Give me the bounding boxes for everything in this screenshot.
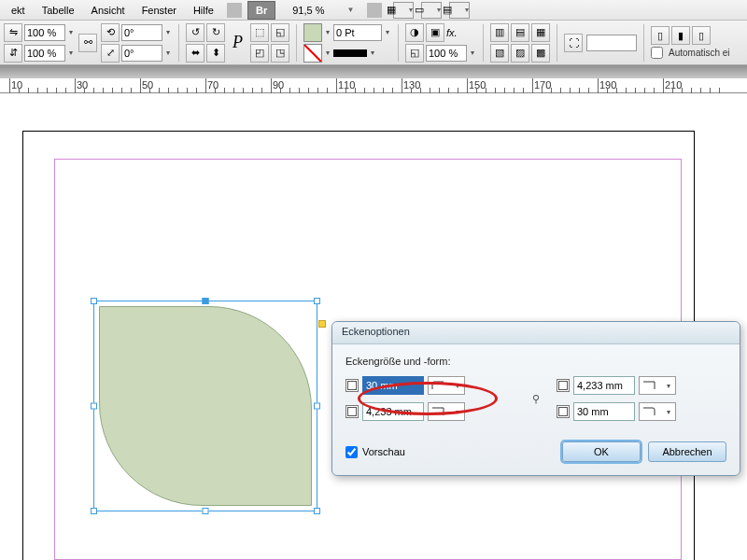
corner-bl-size-input[interactable]: 4,233 mm: [362, 402, 424, 421]
view-options-icon[interactable]: ▦▾: [393, 2, 414, 19]
handle-tl[interactable]: [91, 298, 97, 304]
select-content-icon[interactable]: ⬚: [250, 23, 269, 42]
corner-tl-shape-dropdown[interactable]: ▾: [428, 376, 465, 395]
align-l-icon[interactable]: ▯: [651, 26, 669, 45]
link-corners-icon[interactable]: ⚲: [529, 382, 543, 415]
control-bar: ⇋100 %▾ ⇵100 %▾ ⚯ ⟲0°▾ ⤢0°▾ ↺↻ ⬌⬍ P ⬚◱ ◰…: [0, 21, 747, 65]
stroke-weight-input[interactable]: 0 Pt: [333, 24, 382, 41]
handle-ml[interactable]: [91, 403, 97, 410]
opacity-1-input[interactable]: 100 %: [24, 24, 65, 41]
preview-checkbox-input[interactable]: [345, 446, 358, 458]
select-next-icon[interactable]: ◳: [271, 44, 289, 63]
drop-shadow-icon[interactable]: ▣: [426, 23, 444, 42]
fill-swatch[interactable]: [303, 23, 322, 42]
ok-button[interactable]: OK: [562, 441, 641, 462]
rotate-icon[interactable]: ⟲: [101, 23, 120, 42]
corner-options-icon[interactable]: ◱: [405, 44, 424, 63]
menu-table[interactable]: Tabelle: [35, 2, 82, 19]
select-container-icon[interactable]: ◱: [271, 23, 289, 42]
corner-tr-size-input[interactable]: 4,233 mm: [573, 376, 635, 395]
separator: [367, 3, 382, 18]
wrap-5-icon[interactable]: ▨: [511, 44, 529, 63]
wrap-6-icon[interactable]: ▩: [531, 44, 550, 63]
cancel-button[interactable]: Abbrechen: [648, 441, 726, 462]
rotate-ccw-icon[interactable]: ↺: [186, 23, 204, 42]
corner-tr-shape-dropdown[interactable]: ▾: [639, 376, 676, 395]
corner-tl-icon[interactable]: [345, 379, 359, 392]
chevron-down-icon[interactable]: ▾: [67, 28, 75, 36]
live-corner-handle[interactable]: [318, 320, 326, 328]
select-prev-icon[interactable]: ◰: [250, 44, 269, 63]
effects-icon[interactable]: ◑: [405, 23, 424, 42]
align-c-icon[interactable]: ▮: [671, 26, 690, 45]
handle-mr[interactable]: [314, 403, 320, 410]
handle-tr[interactable]: [314, 298, 320, 304]
scale-input[interactable]: 100 %: [426, 45, 467, 62]
opacity-2-input[interactable]: 100 %: [24, 45, 65, 62]
auto-fit-label: Automatisch ei: [669, 48, 730, 58]
corner-br-size-input[interactable]: 30 mm: [573, 402, 635, 421]
bridge-button[interactable]: Br: [247, 1, 275, 20]
wrap-2-icon[interactable]: ▤: [511, 23, 529, 42]
chevron-down-icon[interactable]: ▼: [339, 3, 361, 17]
corner-br-icon[interactable]: [557, 405, 570, 418]
arrange-icon[interactable]: ▤▾: [449, 2, 470, 19]
handle-br[interactable]: [314, 508, 320, 514]
auto-fit-checkbox[interactable]: [651, 47, 663, 59]
menu-object[interactable]: ekt: [4, 2, 33, 19]
corner-br-shape-dropdown[interactable]: ▾: [639, 402, 676, 421]
chain-icon[interactable]: ⚯: [78, 34, 97, 52]
selection-bounds[interactable]: [93, 301, 317, 511]
menu-window[interactable]: Fenster: [134, 2, 184, 19]
flip-v-icon[interactable]: ⇵: [4, 44, 22, 63]
corner-tr-icon[interactable]: [557, 379, 570, 392]
angle-2-input[interactable]: 0°: [121, 45, 162, 62]
wrap-4-icon[interactable]: ▧: [490, 44, 509, 63]
tab-band: [0, 65, 747, 78]
rotate-cw-icon[interactable]: ↻: [206, 23, 225, 42]
handle-bm[interactable]: [203, 508, 209, 514]
dialog-title: Eckenoptionen: [332, 322, 740, 344]
menu-bar: ekt Tabelle Ansicht Fenster Hilfe Br 91,…: [0, 0, 747, 21]
separator: [227, 3, 242, 18]
flip-vertical-icon[interactable]: ⬍: [206, 44, 225, 63]
screen-mode-icon[interactable]: ▭▾: [421, 2, 442, 19]
paragraph-style-icon[interactable]: P: [233, 33, 243, 52]
fit-input[interactable]: [586, 35, 637, 51]
group-label: Eckengröße und -form:: [345, 356, 726, 367]
document-canvas[interactable]: Eckenoptionen Eckengröße und -form: 30 m…: [0, 93, 747, 560]
align-r-icon[interactable]: ▯: [692, 26, 711, 45]
handle-bl[interactable]: [91, 508, 97, 514]
corner-options-dialog: Eckenoptionen Eckengröße und -form: 30 m…: [331, 321, 740, 476]
wrap-1-icon[interactable]: ▥: [490, 23, 509, 42]
preview-label: Vorschau: [362, 446, 405, 457]
frame-fitting-icon[interactable]: ⛶: [564, 34, 583, 52]
no-fill-icon[interactable]: [303, 44, 322, 63]
horizontal-ruler: 1030507090110130150170190210: [0, 78, 747, 93]
chevron-down-icon[interactable]: ▾: [67, 49, 75, 57]
flip-horizontal-icon[interactable]: ⬌: [186, 44, 204, 63]
corner-bl-icon[interactable]: [345, 405, 359, 418]
handle-tm[interactable]: [203, 298, 209, 304]
flip-h-icon[interactable]: ⇋: [4, 23, 22, 42]
corner-bl-shape-dropdown[interactable]: ▾: [428, 402, 465, 421]
menu-view[interactable]: Ansicht: [84, 2, 133, 19]
angle-1-input[interactable]: 0°: [121, 24, 162, 41]
preview-checkbox[interactable]: Vorschau: [345, 446, 405, 458]
zoom-level[interactable]: 91,5 %: [285, 2, 331, 19]
corner-tl-size-input[interactable]: 30 mm: [362, 376, 424, 395]
shear-icon[interactable]: ⤢: [101, 44, 120, 63]
wrap-3-icon[interactable]: ▦: [531, 23, 550, 42]
menu-help[interactable]: Hilfe: [186, 2, 221, 19]
stroke-style[interactable]: [333, 49, 367, 57]
